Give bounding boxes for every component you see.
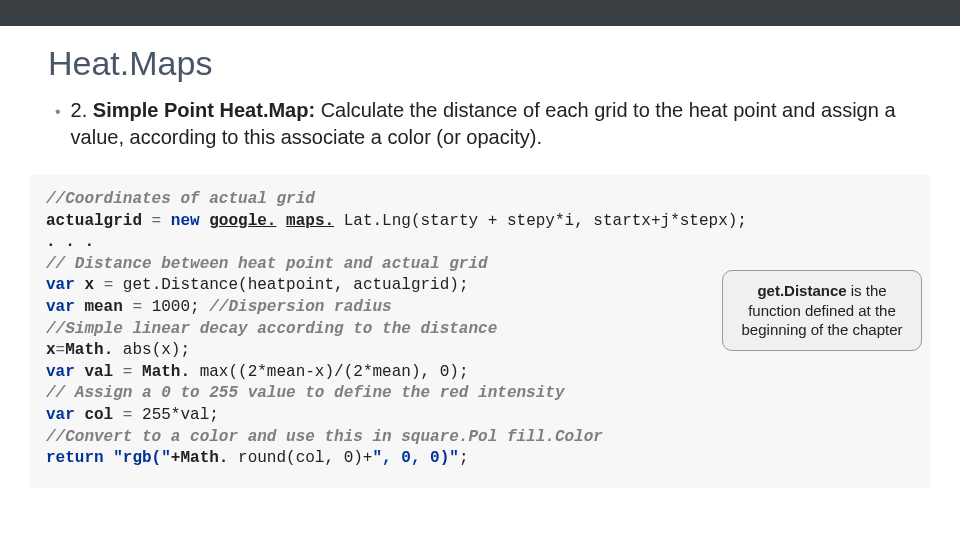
code-token: Math.: [132, 363, 190, 381]
bullet-text: 2. Simple Point Heat.Map: Calculate the …: [71, 97, 912, 151]
code-token: [276, 212, 286, 230]
page-title: Heat.Maps: [48, 44, 960, 83]
code-token: round(col, 0)+: [228, 449, 372, 467]
code-token: 1000;: [142, 298, 209, 316]
bullet-number: 2.: [71, 99, 88, 121]
code-keyword: var: [46, 276, 75, 294]
code-token: 255*val;: [132, 406, 218, 424]
code-token: Lat.Lng(starty + stepy*i, startx+j*stepx…: [334, 212, 747, 230]
code-token: [200, 212, 210, 230]
code-ellipsis: . . .: [46, 233, 94, 251]
code-token: get.Distance(heatpoint, actualgrid);: [113, 276, 468, 294]
code-comment: //Coordinates of actual grid: [46, 190, 315, 208]
code-token: maps.: [286, 212, 334, 230]
code-token: mean: [75, 298, 133, 316]
code-comment: // Assign a 0 to 255 value to define the…: [46, 384, 564, 402]
bullet-bold: Simple Point Heat.Map:: [93, 99, 315, 121]
callout-bold: get.Distance: [757, 282, 846, 299]
code-token: val: [75, 363, 123, 381]
code-string: ", 0, 0)": [372, 449, 458, 467]
bullet-item: • 2. Simple Point Heat.Map: Calculate th…: [55, 97, 912, 151]
code-token: x: [75, 276, 104, 294]
code-token: x: [46, 341, 56, 359]
code-token: =: [104, 276, 114, 294]
callout-box: get.Distance is the function defined at …: [722, 270, 922, 351]
code-token: actualgrid: [46, 212, 142, 230]
code-string: "rgb(": [104, 449, 171, 467]
code-token: col: [75, 406, 123, 424]
code-token: +Math.: [171, 449, 229, 467]
code-token: =: [142, 212, 171, 230]
code-token: =: [56, 341, 66, 359]
code-token: =: [132, 298, 142, 316]
top-accent-bar: [0, 0, 960, 26]
code-keyword: return: [46, 449, 104, 467]
code-token: ;: [459, 449, 469, 467]
code-keyword: var: [46, 363, 75, 381]
code-comment: //Simple linear decay according to the d…: [46, 320, 497, 338]
code-comment: // Distance between heat point and actua…: [46, 255, 488, 273]
code-token: max((2*mean-x)/(2*mean), 0);: [190, 363, 468, 381]
code-token: google.: [209, 212, 276, 230]
code-comment: //Convert to a color and use this in squ…: [46, 428, 603, 446]
code-token: =: [123, 363, 133, 381]
code-token: abs(x);: [113, 341, 190, 359]
code-keyword: var: [46, 298, 75, 316]
bullet-dot: •: [55, 101, 61, 151]
code-token: =: [123, 406, 133, 424]
code-token: Math.: [65, 341, 113, 359]
code-comment: //Dispersion radius: [209, 298, 391, 316]
code-keyword: var: [46, 406, 75, 424]
code-keyword: new: [171, 212, 200, 230]
